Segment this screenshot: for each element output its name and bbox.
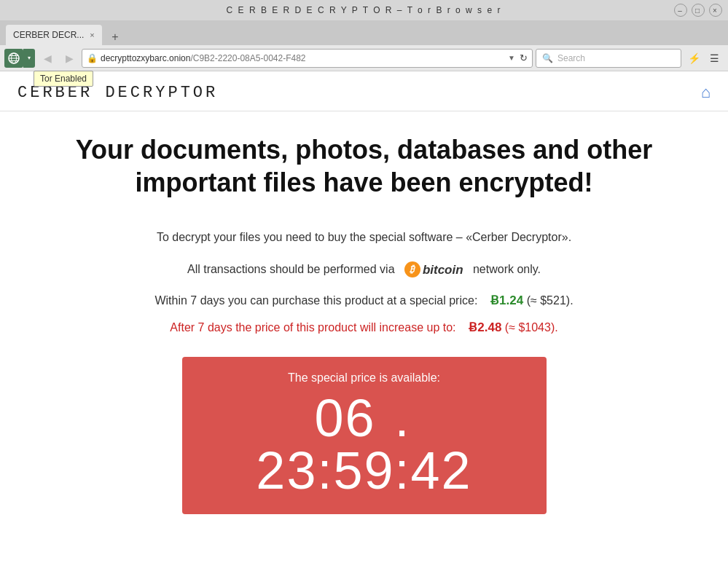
price-usd: (≈ $521). — [527, 294, 574, 307]
url-bar[interactable]: 🔒 decrypttozxybarc.onion/C9B2-2220-08A5-… — [82, 49, 533, 68]
tor-tooltip: Tor Enabled — [34, 71, 93, 87]
countdown-label: The special price is available: — [204, 371, 525, 385]
window-controls: – □ × — [674, 4, 722, 17]
warning-usd: (≈ $1043). — [505, 321, 558, 334]
search-icon: 🔍 — [542, 53, 553, 63]
bitcoin-text: bitcoin — [423, 260, 463, 280]
url-lock-icon: 🔒 — [87, 53, 98, 63]
maximize-button[interactable]: □ — [692, 4, 705, 17]
close-button[interactable]: × — [709, 4, 722, 17]
minimize-button[interactable]: – — [674, 4, 687, 17]
back-button[interactable]: ◀ — [38, 49, 57, 68]
bitcoin-circle-icon: ₿ — [404, 261, 420, 277]
price-line: Within 7 days you can purchase this prod… — [29, 293, 699, 308]
decrypt-description: To decrypt your files you need to buy th… — [29, 228, 699, 247]
browser-tab[interactable]: CERBER DECR... × — [6, 25, 102, 45]
close-tab-button[interactable]: × — [90, 31, 94, 39]
page-content: CERBER DECRYPTOR ⌂ Your documents, photo… — [0, 71, 728, 587]
url-dropdown-arrow[interactable]: ▼ — [508, 54, 515, 62]
home-icon[interactable]: ⌂ — [701, 83, 711, 102]
bitcoin-description: All transactions should be performed via… — [29, 260, 699, 280]
countdown-timer: 06 . 23:59:42 — [204, 392, 525, 497]
url-text: decrypttozxybarc.onion/C9B2-2220-08A5-00… — [101, 53, 505, 63]
search-bar[interactable]: 🔍 Search — [536, 49, 681, 68]
warning-prefix: After 7 days the price of this product w… — [170, 321, 455, 334]
new-tab-button[interactable]: + — [105, 29, 125, 45]
nav-extra-button[interactable]: ⚡ — [684, 49, 703, 68]
tor-icon-group: ▾ Tor Enabled — [4, 49, 35, 68]
nav-bar: ▾ Tor Enabled ◀ ▶ 🔒 decrypttozxybarc.oni… — [0, 45, 728, 71]
warning-btc-symbol: Ƀ — [469, 320, 477, 334]
window-title: C E R B E R D E C R Y P T O R – T o r B … — [227, 5, 502, 15]
countdown-days: 06 — [314, 389, 375, 447]
headline: Your documents, photos, databases and ot… — [36, 133, 692, 199]
title-bar: C E R B E R D E C R Y P T O R – T o r B … — [0, 0, 728, 20]
nav-menu-button[interactable]: ☰ — [705, 49, 724, 68]
countdown-dot: . — [395, 389, 411, 447]
warning-btc-amount: 2.48 — [477, 320, 501, 334]
bitcoin-logo-group: ₿ bitcoin — [404, 260, 463, 280]
nav-right-buttons: ⚡ ☰ — [684, 49, 724, 68]
price-prefix: Within 7 days you can purchase this prod… — [154, 294, 477, 307]
forward-button[interactable]: ▶ — [60, 49, 79, 68]
tab-label: CERBER DECR... — [13, 30, 84, 40]
warning-line: After 7 days the price of this product w… — [29, 320, 699, 335]
desc2-prefix: All transactions should be performed via — [187, 263, 395, 275]
tor-dropdown-arrow[interactable]: ▾ — [23, 49, 35, 68]
desc2-suffix: network only. — [473, 263, 541, 275]
countdown-time: 23:59:42 — [256, 441, 471, 500]
search-placeholder: Search — [557, 53, 585, 63]
url-host: decrypttozxybarc.onion — [101, 53, 190, 63]
price-btc-symbol: Ƀ — [490, 294, 499, 307]
url-refresh-button[interactable]: ↻ — [520, 52, 528, 63]
url-path: /C9B2-2220-08A5-0042-F482 — [190, 53, 305, 63]
tab-bar: CERBER DECR... × + — [0, 20, 728, 45]
tor-globe-icon[interactable] — [4, 49, 23, 68]
site-header: CERBER DECRYPTOR ⌂ — [0, 71, 728, 111]
price-btc-amount: 1.24 — [499, 294, 523, 307]
countdown-box: The special price is available: 06 . 23:… — [182, 357, 547, 514]
main-body: Your documents, photos, databases and ot… — [0, 111, 728, 536]
